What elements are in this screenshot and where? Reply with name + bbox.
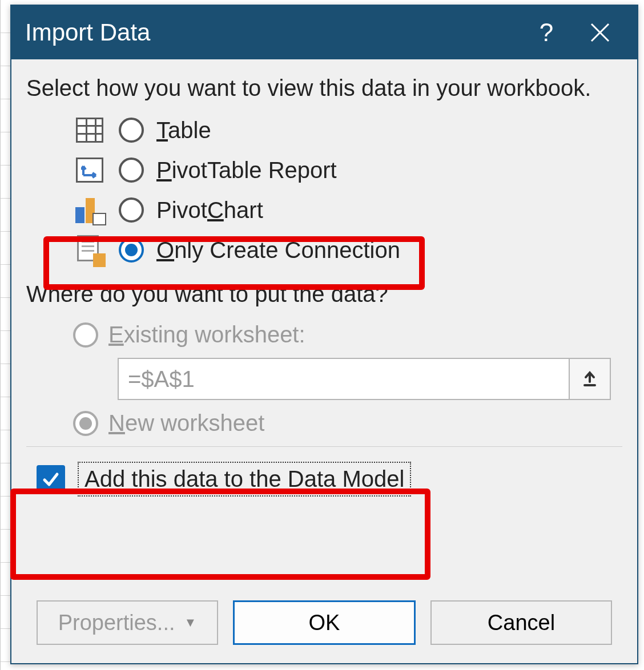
radio-pivottable[interactable] (119, 158, 144, 183)
close-icon (589, 21, 611, 44)
ok-label: OK (309, 611, 340, 635)
dropdown-caret-icon: ▼ (184, 615, 197, 630)
option-new-worksheet: New worksheet (26, 405, 622, 436)
dialog-titlebar[interactable]: Import Data ? (11, 6, 637, 59)
add-to-data-model-row[interactable]: Add this data to the Data Model (26, 447, 622, 511)
cancel-button[interactable]: Cancel (430, 600, 612, 645)
option-pivotchart[interactable]: PivotChart (26, 190, 622, 230)
pivottable-icon (73, 154, 106, 187)
radio-pivotchart[interactable] (119, 197, 144, 223)
location-prompt: Where do you want to put the data? (26, 281, 622, 307)
import-data-dialog: Import Data ? Select how you want to vie… (10, 5, 638, 664)
radio-only-connection[interactable] (119, 237, 144, 263)
radio-existing-worksheet (73, 322, 98, 348)
help-button[interactable]: ? (520, 6, 573, 59)
reference-input (118, 358, 569, 400)
option-table[interactable]: Table (26, 110, 622, 150)
option-table-label: Table (156, 118, 211, 143)
option-only-connection[interactable]: Only Create Connection (26, 230, 622, 270)
table-icon (73, 114, 106, 147)
add-to-data-model-label: Add this data to the Data Model (78, 462, 411, 497)
option-pivottable-label: PivotTable Report (156, 158, 337, 183)
connection-icon (73, 233, 106, 267)
range-picker-icon (580, 369, 599, 389)
ok-button[interactable]: OK (233, 600, 416, 645)
option-existing-label: Existing worksheet: (108, 322, 305, 348)
checkmark-icon (41, 470, 61, 489)
reference-input-row (118, 358, 611, 400)
properties-button: Properties... ▼ (37, 600, 218, 645)
option-only-connection-label: Only Create Connection (156, 237, 400, 263)
pivotchart-icon (73, 193, 106, 227)
cancel-label: Cancel (488, 611, 555, 635)
view-prompt: Select how you want to view this data in… (26, 75, 622, 101)
dialog-title: Import Data (25, 19, 520, 46)
option-pivottable[interactable]: PivotTable Report (26, 150, 622, 190)
collapse-dialog-button (569, 358, 611, 400)
option-new-label: New worksheet (108, 410, 264, 436)
properties-label: Properties... (58, 611, 175, 635)
close-button[interactable] (573, 6, 627, 59)
spreadsheet-gridlines (0, 0, 10, 670)
option-existing-worksheet: Existing worksheet: (26, 316, 622, 353)
checkbox-add-to-data-model[interactable] (37, 465, 65, 494)
radio-new-worksheet (73, 411, 98, 436)
radio-table[interactable] (119, 118, 144, 143)
option-pivotchart-label: PivotChart (156, 197, 263, 223)
dialog-buttons: Properties... ▼ OK Cancel (26, 591, 622, 657)
